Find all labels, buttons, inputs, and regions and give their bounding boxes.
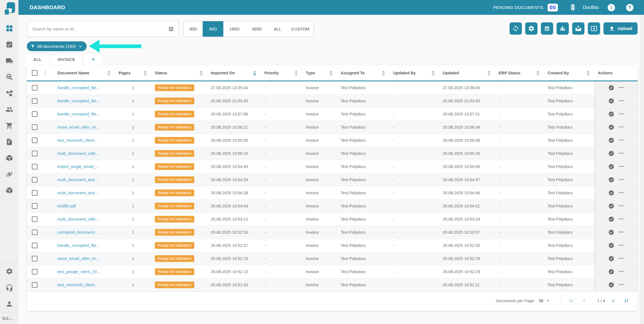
- sort-arrows-icon[interactable]: [432, 71, 435, 75]
- verified-badge-icon[interactable]: [608, 111, 614, 117]
- export-button[interactable]: [588, 22, 600, 35]
- row-menu-icon[interactable]: [618, 150, 624, 157]
- row-checkbox[interactable]: [32, 190, 37, 196]
- column-header-actions[interactable]: Actions: [594, 65, 638, 81]
- sidebar-item-account[interactable]: [0, 296, 18, 312]
- verified-badge-icon[interactable]: [608, 137, 614, 143]
- mail-import-button[interactable]: [572, 22, 584, 35]
- sidebar-item-users[interactable]: [0, 101, 18, 117]
- row-menu-icon[interactable]: [618, 229, 624, 235]
- document-name-link[interactable]: multi_document_test...: [54, 191, 115, 195]
- column-header-pages[interactable]: Pages: [115, 65, 151, 81]
- settings-button[interactable]: [525, 22, 538, 35]
- row-menu-icon[interactable]: [618, 282, 624, 288]
- row-checkbox[interactable]: [32, 256, 37, 261]
- column-header-updated[interactable]: Updated: [439, 65, 495, 81]
- verified-badge-icon[interactable]: [608, 269, 614, 275]
- row-checkbox[interactable]: [32, 98, 37, 104]
- row-menu-icon[interactable]: [618, 111, 624, 117]
- row-checkbox[interactable]: [32, 177, 37, 183]
- upload-button[interactable]: Upload: [603, 22, 638, 35]
- verified-badge-icon[interactable]: [608, 282, 614, 288]
- document-name-link[interactable]: handle_corrupted_file...: [54, 99, 115, 103]
- tab-invoice[interactable]: INVOICE: [50, 54, 82, 65]
- help-icon[interactable]: ?: [626, 3, 634, 12]
- range-button-90d[interactable]: 90D: [203, 21, 223, 37]
- row-menu-icon[interactable]: [618, 177, 624, 183]
- row-menu-icon[interactable]: [618, 137, 624, 143]
- document-name-link[interactable]: import_single_email_...: [54, 164, 115, 169]
- document-name-link[interactable]: multi_document_test...: [54, 178, 115, 182]
- range-button-365d[interactable]: 365D: [246, 21, 268, 37]
- verified-badge-icon[interactable]: [608, 242, 614, 249]
- document-name-link[interactable]: corrupted_document...: [54, 230, 115, 235]
- all-documents-filter-dropdown[interactable]: All documents (193): [27, 41, 87, 51]
- column-header-document-name[interactable]: Document Name: [54, 65, 115, 81]
- document-name-link[interactable]: multi_document_with...: [54, 151, 115, 156]
- verified-badge-icon[interactable]: [608, 85, 614, 91]
- sidebar-item-tasks[interactable]: [0, 36, 18, 53]
- row-checkbox[interactable]: [32, 269, 37, 275]
- statistics-button[interactable]: [557, 22, 569, 35]
- filter-settings-icon[interactable]: [168, 26, 174, 32]
- row-checkbox[interactable]: [32, 85, 37, 91]
- sidebar-item-products[interactable]: [0, 182, 18, 198]
- column-header-created-by[interactable]: Created By: [544, 65, 594, 81]
- last-page-icon[interactable]: [623, 298, 629, 304]
- row-menu-icon[interactable]: [618, 216, 624, 222]
- row-checkbox[interactable]: [32, 124, 37, 130]
- document-name-link[interactable]: handle_corrupted_file...: [54, 86, 115, 90]
- column-header-imported-on[interactable]: Imported On: [207, 65, 261, 81]
- row-menu-icon[interactable]: [618, 124, 624, 130]
- info-icon[interactable]: [607, 3, 615, 12]
- sidebar-item-packages[interactable]: [0, 150, 18, 166]
- document-name-link[interactable]: move_email_after_im...: [54, 256, 115, 261]
- document-name-link[interactable]: test_microsoft_client...: [54, 283, 115, 287]
- row-checkbox[interactable]: [32, 164, 37, 169]
- column-header-priority[interactable]: Priority: [261, 65, 302, 81]
- sort-arrows-icon[interactable]: [536, 71, 539, 75]
- verified-badge-icon[interactable]: [608, 164, 614, 170]
- previous-page-icon[interactable]: [581, 298, 587, 304]
- scrollbar-track[interactable]: [640, 15, 644, 324]
- verified-badge-icon[interactable]: [608, 190, 614, 196]
- per-page-value[interactable]: 50: [539, 299, 543, 303]
- row-checkbox[interactable]: [32, 138, 37, 143]
- sidebar-item-support[interactable]: [0, 280, 18, 296]
- verified-badge-icon[interactable]: [608, 98, 614, 104]
- verified-badge-icon[interactable]: [608, 203, 614, 209]
- document-name-link[interactable]: move_email_after_im...: [54, 125, 115, 129]
- range-button-30d[interactable]: 30D: [184, 21, 203, 37]
- sidebar-item-insights[interactable]: [0, 69, 18, 85]
- row-menu-icon[interactable]: [618, 203, 624, 209]
- select-all-checkbox[interactable]: [32, 70, 37, 76]
- document-name-link[interactable]: handle_corrupted_file...: [54, 112, 115, 116]
- sidebar-item-settings[interactable]: [0, 263, 18, 279]
- sort-arrows-icon[interactable]: [144, 71, 147, 75]
- row-checkbox[interactable]: [32, 111, 37, 117]
- sort-arrows-icon[interactable]: [330, 71, 333, 75]
- verified-badge-icon[interactable]: [608, 150, 614, 157]
- sort-arrows-icon[interactable]: [107, 71, 110, 75]
- column-header-assigned-to[interactable]: Assigned To: [337, 65, 390, 81]
- verified-badge-icon[interactable]: [608, 124, 614, 130]
- sidebar-item-workflow[interactable]: [0, 85, 18, 101]
- column-header-type[interactable]: Type: [302, 65, 337, 81]
- column-menu-icon[interactable]: [42, 70, 48, 76]
- verified-badge-icon[interactable]: [608, 216, 614, 222]
- sort-arrows-icon[interactable]: [200, 71, 203, 75]
- document-name-link[interactable]: test_google_client_20...: [54, 269, 115, 274]
- column-header-status[interactable]: Status: [151, 65, 207, 81]
- document-name-link[interactable]: test_microsoft_client...: [54, 138, 115, 143]
- column-header-updated-by[interactable]: Updated By: [390, 65, 439, 81]
- sidebar-item-purchases[interactable]: [0, 117, 18, 134]
- tab-all[interactable]: ALL: [26, 54, 49, 65]
- per-page-caret-icon[interactable]: [546, 298, 551, 303]
- sort-arrows-icon[interactable]: [253, 71, 256, 75]
- sidebar-item-invoices[interactable]: [0, 134, 18, 150]
- sort-arrows-icon[interactable]: [382, 71, 385, 75]
- document-name-link[interactable]: multi_document_with...: [54, 217, 115, 221]
- sort-arrows-icon[interactable]: [295, 71, 298, 75]
- verified-badge-icon[interactable]: [608, 177, 614, 183]
- sidebar-item-dashboard[interactable]: [0, 20, 18, 36]
